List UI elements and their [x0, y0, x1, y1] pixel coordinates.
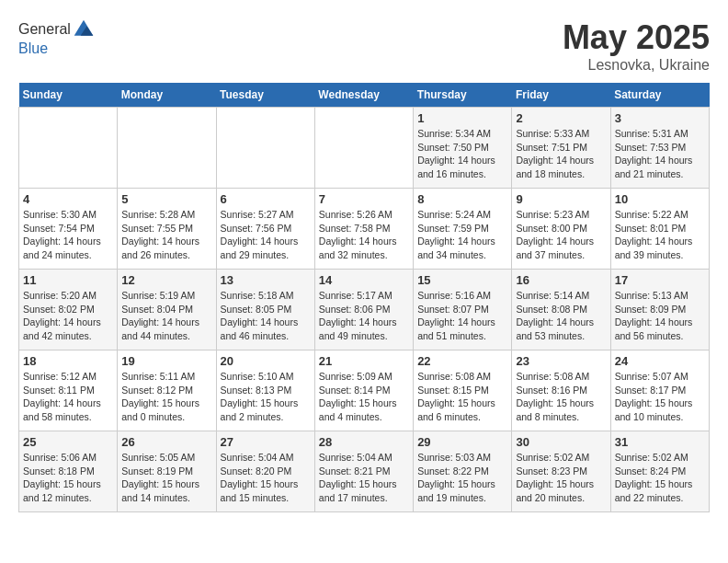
day-content: Sunrise: 5:02 AMSunset: 8:23 PMDaylight:…	[516, 451, 606, 505]
day-number: 13	[221, 273, 311, 287]
day-content: Sunrise: 5:14 AMSunset: 8:08 PMDaylight:…	[516, 289, 606, 343]
day-content: Sunrise: 5:12 AMSunset: 8:11 PMDaylight:…	[23, 370, 113, 424]
logo-blue: Blue	[18, 40, 48, 56]
calendar-cell: 26Sunrise: 5:05 AMSunset: 8:19 PMDayligh…	[118, 431, 216, 512]
day-content: Sunrise: 5:16 AMSunset: 8:07 PMDaylight:…	[417, 289, 507, 343]
weekday-header-friday: Friday	[512, 83, 610, 108]
calendar-cell: 1Sunrise: 5:34 AMSunset: 7:50 PMDaylight…	[414, 108, 512, 189]
logo-icon	[73, 18, 95, 40]
day-number: 21	[319, 354, 409, 368]
day-number: 22	[417, 354, 507, 368]
day-content: Sunrise: 5:06 AMSunset: 8:18 PMDaylight:…	[23, 451, 113, 505]
day-content: Sunrise: 5:02 AMSunset: 8:24 PMDaylight:…	[615, 451, 705, 505]
calendar-cell: 7Sunrise: 5:26 AMSunset: 7:58 PMDaylight…	[314, 189, 413, 270]
calendar-cell: 13Sunrise: 5:18 AMSunset: 8:05 PMDayligh…	[216, 270, 314, 350]
day-content: Sunrise: 5:07 AMSunset: 8:17 PMDaylight:…	[615, 370, 705, 424]
calendar-cell: 25Sunrise: 5:06 AMSunset: 8:18 PMDayligh…	[19, 431, 118, 512]
day-number: 26	[121, 435, 211, 449]
day-number: 5	[121, 192, 211, 206]
day-content: Sunrise: 5:31 AMSunset: 7:53 PMDaylight:…	[615, 127, 705, 181]
day-number: 28	[319, 435, 409, 449]
calendar-cell: 22Sunrise: 5:08 AMSunset: 8:15 PMDayligh…	[414, 350, 512, 431]
calendar-cell	[314, 108, 413, 189]
day-number: 24	[615, 354, 705, 368]
day-content: Sunrise: 5:13 AMSunset: 8:09 PMDaylight:…	[615, 289, 705, 343]
day-content: Sunrise: 5:10 AMSunset: 8:13 PMDaylight:…	[221, 370, 311, 424]
day-number: 9	[516, 192, 606, 206]
calendar-cell: 28Sunrise: 5:04 AMSunset: 8:21 PMDayligh…	[314, 431, 413, 512]
day-content: Sunrise: 5:04 AMSunset: 8:21 PMDaylight:…	[319, 451, 409, 505]
calendar-cell	[19, 108, 118, 189]
calendar-week-1: 1Sunrise: 5:34 AMSunset: 7:50 PMDaylight…	[19, 108, 710, 189]
page-header: General Blue May 2025 Lesnovka, Ukraine	[18, 18, 710, 74]
weekday-header-tuesday: Tuesday	[216, 83, 314, 108]
day-number: 25	[23, 435, 113, 449]
weekday-header-saturday: Saturday	[610, 83, 709, 108]
day-number: 7	[319, 192, 409, 206]
day-content: Sunrise: 5:18 AMSunset: 8:05 PMDaylight:…	[221, 289, 311, 343]
calendar-week-4: 18Sunrise: 5:12 AMSunset: 8:11 PMDayligh…	[19, 350, 710, 431]
day-content: Sunrise: 5:08 AMSunset: 8:16 PMDaylight:…	[516, 370, 606, 424]
day-number: 19	[121, 354, 211, 368]
day-number: 8	[417, 192, 507, 206]
calendar-cell: 8Sunrise: 5:24 AMSunset: 7:59 PMDaylight…	[414, 189, 512, 270]
calendar-cell: 9Sunrise: 5:23 AMSunset: 8:00 PMDaylight…	[512, 189, 610, 270]
day-number: 2	[516, 111, 606, 125]
calendar-body: 1Sunrise: 5:34 AMSunset: 7:50 PMDaylight…	[19, 108, 710, 512]
day-number: 27	[221, 435, 311, 449]
calendar-cell: 20Sunrise: 5:10 AMSunset: 8:13 PMDayligh…	[216, 350, 314, 431]
calendar-cell: 14Sunrise: 5:17 AMSunset: 8:06 PMDayligh…	[314, 270, 413, 350]
day-content: Sunrise: 5:17 AMSunset: 8:06 PMDaylight:…	[319, 289, 409, 343]
day-number: 31	[615, 435, 705, 449]
calendar-table: SundayMondayTuesdayWednesdayThursdayFrid…	[18, 83, 710, 512]
calendar-week-2: 4Sunrise: 5:30 AMSunset: 7:54 PMDaylight…	[19, 189, 710, 270]
calendar-cell	[216, 108, 314, 189]
day-content: Sunrise: 5:22 AMSunset: 8:01 PMDaylight:…	[615, 208, 705, 262]
day-number: 16	[516, 273, 606, 287]
day-number: 3	[615, 111, 705, 125]
calendar-cell: 10Sunrise: 5:22 AMSunset: 8:01 PMDayligh…	[610, 189, 709, 270]
calendar-week-3: 11Sunrise: 5:20 AMSunset: 8:02 PMDayligh…	[19, 270, 710, 350]
calendar-cell: 21Sunrise: 5:09 AMSunset: 8:14 PMDayligh…	[314, 350, 413, 431]
day-content: Sunrise: 5:11 AMSunset: 8:12 PMDaylight:…	[121, 370, 211, 424]
calendar-cell: 16Sunrise: 5:14 AMSunset: 8:08 PMDayligh…	[512, 270, 610, 350]
day-content: Sunrise: 5:03 AMSunset: 8:22 PMDaylight:…	[417, 451, 507, 505]
day-number: 6	[221, 192, 311, 206]
calendar-cell: 19Sunrise: 5:11 AMSunset: 8:12 PMDayligh…	[118, 350, 216, 431]
day-content: Sunrise: 5:33 AMSunset: 7:51 PMDaylight:…	[516, 127, 606, 181]
calendar-cell: 29Sunrise: 5:03 AMSunset: 8:22 PMDayligh…	[414, 431, 512, 512]
day-number: 15	[417, 273, 507, 287]
day-content: Sunrise: 5:27 AMSunset: 7:56 PMDaylight:…	[221, 208, 311, 262]
calendar-cell: 15Sunrise: 5:16 AMSunset: 8:07 PMDayligh…	[414, 270, 512, 350]
day-number: 12	[121, 273, 211, 287]
calendar-cell: 11Sunrise: 5:20 AMSunset: 8:02 PMDayligh…	[19, 270, 118, 350]
day-number: 23	[516, 354, 606, 368]
calendar-cell: 4Sunrise: 5:30 AMSunset: 7:54 PMDaylight…	[19, 189, 118, 270]
weekday-header-monday: Monday	[118, 83, 216, 108]
title-month: May 2025	[563, 18, 710, 57]
calendar-cell: 18Sunrise: 5:12 AMSunset: 8:11 PMDayligh…	[19, 350, 118, 431]
day-number: 11	[23, 273, 113, 287]
day-number: 14	[319, 273, 409, 287]
calendar-cell	[118, 108, 216, 189]
day-content: Sunrise: 5:20 AMSunset: 8:02 PMDaylight:…	[23, 289, 113, 343]
calendar-cell: 3Sunrise: 5:31 AMSunset: 7:53 PMDaylight…	[610, 108, 709, 189]
day-number: 20	[221, 354, 311, 368]
logo-general: General	[18, 21, 71, 38]
day-number: 30	[516, 435, 606, 449]
day-number: 17	[615, 273, 705, 287]
day-content: Sunrise: 5:28 AMSunset: 7:55 PMDaylight:…	[121, 208, 211, 262]
calendar-cell: 17Sunrise: 5:13 AMSunset: 8:09 PMDayligh…	[610, 270, 709, 350]
day-number: 18	[23, 354, 113, 368]
calendar-cell: 23Sunrise: 5:08 AMSunset: 8:16 PMDayligh…	[512, 350, 610, 431]
logo-text: General Blue	[18, 18, 95, 57]
day-number: 4	[23, 192, 113, 206]
title-block: May 2025 Lesnovka, Ukraine	[563, 18, 710, 74]
calendar-cell: 6Sunrise: 5:27 AMSunset: 7:56 PMDaylight…	[216, 189, 314, 270]
day-number: 29	[417, 435, 507, 449]
day-content: Sunrise: 5:26 AMSunset: 7:58 PMDaylight:…	[319, 208, 409, 262]
day-content: Sunrise: 5:08 AMSunset: 8:15 PMDaylight:…	[417, 370, 507, 424]
day-content: Sunrise: 5:04 AMSunset: 8:20 PMDaylight:…	[221, 451, 311, 505]
calendar-cell: 12Sunrise: 5:19 AMSunset: 8:04 PMDayligh…	[118, 270, 216, 350]
calendar-cell: 30Sunrise: 5:02 AMSunset: 8:23 PMDayligh…	[512, 431, 610, 512]
